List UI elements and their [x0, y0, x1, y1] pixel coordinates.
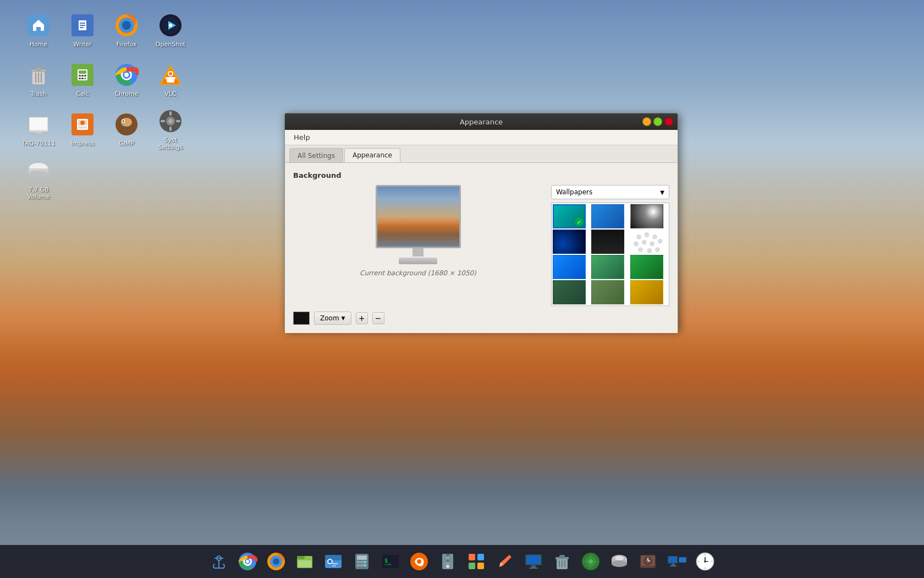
svg-point-10 — [169, 24, 172, 27]
taskbar-network[interactable] — [578, 548, 604, 575]
title-buttons — [642, 117, 673, 126]
wallpaper-thumb-2[interactable] — [591, 204, 624, 228]
svg-rect-96 — [360, 564, 363, 566]
taskbar-trash[interactable] — [549, 548, 575, 575]
svg-rect-85 — [325, 555, 342, 560]
taskbar-finder[interactable] — [320, 548, 346, 575]
sysset-label: Syst Settings — [151, 137, 190, 151]
wallpaper-thumb-3[interactable] — [630, 204, 663, 228]
selected-checkmark: ✓ — [575, 217, 584, 226]
svg-point-59 — [29, 171, 48, 177]
svg-rect-24 — [84, 78, 86, 79]
svg-point-87 — [328, 560, 332, 563]
maximize-button[interactable] — [653, 117, 662, 126]
svg-point-6 — [122, 21, 131, 30]
wallpaper-dropdown-label: Wallpapers — [556, 188, 592, 196]
wallpaper-thumb-9[interactable] — [630, 255, 663, 279]
taskbar-timemachine[interactable] — [635, 548, 661, 575]
svg-point-50 — [168, 119, 173, 123]
taskbar-clock[interactable] — [692, 548, 718, 575]
tab-all-settings[interactable]: All Settings — [289, 148, 343, 162]
svg-point-102 — [417, 559, 421, 564]
menu-bar: Help — [285, 130, 678, 145]
svg-rect-142 — [679, 558, 686, 562]
desktop-icon-sysset[interactable]: Syst Settings — [148, 105, 193, 154]
desktop-icon-tad[interactable]: TAD-70111 — [16, 105, 61, 154]
desktop-icon-calc[interactable]: Calc — [61, 55, 105, 105]
desktop-icon-impress[interactable]: Impress — [61, 105, 105, 154]
desktop-icon-openshot[interactable]: OpenShot — [148, 6, 193, 55]
gimp-label: GIMP — [119, 140, 134, 147]
desktop-icon-writer[interactable]: Writer — [61, 6, 105, 55]
desktop-icon-volume[interactable]: 7,7 GB Volume — [16, 154, 61, 204]
desktop-icon-chrome[interactable]: Chrome — [105, 55, 148, 105]
taskbar-zip[interactable] — [435, 548, 461, 575]
taskbar-synaptic[interactable] — [406, 548, 432, 575]
wallpaper-thumb-7[interactable] — [553, 255, 586, 279]
taskbar-disk[interactable] — [606, 548, 632, 575]
svg-rect-43 — [79, 128, 86, 129]
wallpaper-grid: ✓ — [552, 203, 669, 306]
color-swatch[interactable] — [293, 312, 310, 325]
svg-point-108 — [446, 565, 449, 568]
svg-rect-93 — [360, 561, 363, 563]
zoom-button[interactable]: Zoom ▼ — [314, 312, 351, 325]
taskbar-monitor[interactable] — [520, 548, 547, 575]
desktop: Home Writer — [0, 0, 924, 578]
svg-rect-18 — [79, 70, 86, 74]
desktop-icon-firefox[interactable]: Firefox — [105, 6, 148, 55]
svg-rect-140 — [668, 557, 677, 563]
window-title: Appearance — [460, 118, 503, 126]
taskbar-firefox[interactable] — [263, 548, 289, 575]
firefox-label: Firefox — [117, 41, 136, 48]
close-button[interactable] — [664, 117, 673, 126]
taskbar-calculator[interactable] — [349, 548, 375, 575]
taskbar-apps[interactable] — [463, 548, 490, 575]
svg-point-34 — [169, 72, 172, 75]
svg-point-70 — [655, 248, 659, 252]
wallpaper-thumb-5[interactable] — [591, 230, 624, 254]
wallpaper-thumb-10[interactable] — [553, 280, 586, 304]
svg-point-47 — [123, 121, 124, 122]
svg-rect-21 — [84, 75, 86, 77]
wallpaper-dropdown[interactable]: Wallpapers ▼ — [551, 185, 669, 199]
wallpaper-grid-container[interactable]: ✓ — [551, 203, 669, 306]
minimize-button[interactable] — [642, 117, 651, 126]
svg-rect-54 — [176, 120, 180, 122]
volume-icon — [25, 157, 52, 184]
wallpaper-thumb-8[interactable] — [591, 255, 624, 279]
desktop-icons: Home Writer — [16, 6, 193, 204]
tab-bar: All Settings Appearance — [285, 145, 678, 163]
svg-rect-104 — [446, 554, 449, 556]
tab-appearance[interactable]: Appearance — [344, 148, 400, 162]
background-section-label: Background — [293, 171, 669, 179]
taskbar-anchor[interactable] — [206, 548, 232, 575]
wallpaper-thumb-11[interactable] — [591, 280, 624, 304]
wallpaper-thumb-1[interactable]: ✓ — [553, 204, 586, 228]
taskbar-terminal[interactable]: $_ — [377, 548, 404, 575]
add-wallpaper-button[interactable]: + — [356, 312, 368, 324]
svg-rect-32 — [166, 77, 175, 79]
wallpaper-thumb-6[interactable] — [630, 230, 663, 254]
desktop-icon-vlc[interactable]: VLC — [148, 55, 193, 105]
writer-label: Writer — [73, 41, 92, 48]
home-label: Home — [30, 41, 47, 48]
svg-rect-82 — [297, 556, 305, 559]
remove-wallpaper-button[interactable]: − — [372, 312, 384, 324]
taskbar-files[interactable] — [292, 548, 318, 575]
desktop-icon-trash[interactable]: Trash — [16, 55, 61, 105]
desktop-icon-home[interactable]: Home — [16, 6, 61, 55]
help-menu[interactable]: Help — [289, 132, 315, 143]
taskbar-pen[interactable] — [492, 548, 518, 575]
svg-text:$_: $_ — [384, 558, 392, 564]
zoom-dropdown-icon: ▼ — [342, 315, 345, 321]
taskbar-multiscreen[interactable] — [663, 548, 690, 575]
wallpaper-thumb-4[interactable] — [553, 230, 586, 254]
desktop-icon-gimp[interactable]: GIMP — [105, 105, 148, 154]
svg-point-65 — [642, 240, 646, 244]
taskbar-chrome[interactable] — [234, 548, 261, 575]
home-icon — [25, 12, 52, 39]
tad-icon — [25, 111, 52, 138]
svg-rect-144 — [670, 565, 676, 566]
wallpaper-thumb-12[interactable] — [630, 280, 663, 304]
